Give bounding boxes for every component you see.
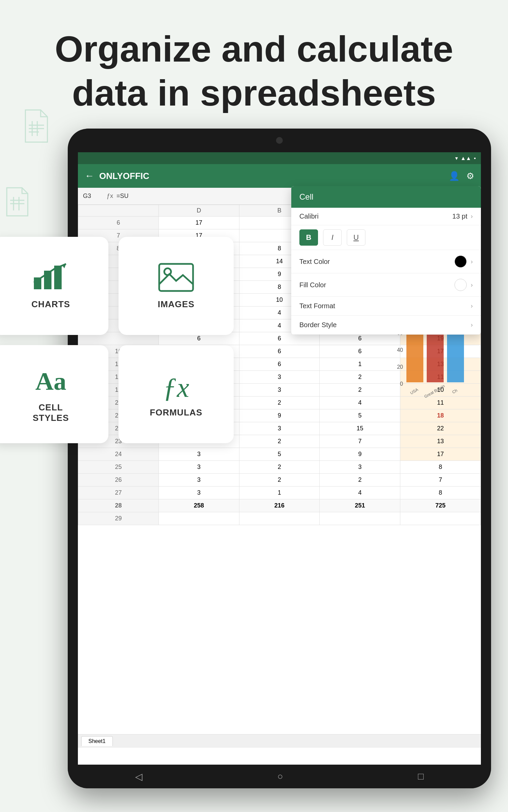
cell-styles-icon: Aa [32,365,69,397]
cell-styles-card[interactable]: Aa CELL STYLES [0,345,108,443]
fx-symbol: ƒx [107,193,113,200]
text-format-row[interactable]: Text Format › [291,297,481,316]
svg-text:40: 40 [397,347,403,353]
images-icon [157,262,195,294]
underline-button[interactable]: U [347,229,365,246]
fill-color-chevron-icon: › [471,281,473,289]
hero-line1: Organize and calculate [55,28,453,69]
nav-bar: ← ONLYOFFIC 👤 ⚙ [78,164,481,188]
charts-label: CHARTS [31,299,70,310]
charts-icon [32,262,69,294]
charts-card[interactable]: CHARTS [0,237,108,335]
sheet-tab-bar: Sheet1 [78,734,481,748]
border-style-row[interactable]: Border Style › [291,316,481,335]
italic-button[interactable]: I [323,229,342,246]
cell-popup-header: Cell [291,186,481,208]
feature-cards-row-1: CHARTS IMAGES [0,237,234,335]
signal-icon: ▲▲ [461,155,471,161]
table-row: 2435917 [78,448,481,461]
formula-content: =SU [117,193,129,200]
svg-rect-31 [159,264,193,291]
hero-section: Organize and calculate data in spreadshe… [0,0,508,128]
text-format-chevron-icon: › [471,302,473,310]
text-color-chevron-icon: › [471,258,473,265]
text-color-row[interactable]: Text Color › [291,250,481,273]
table-row: 263227 [78,474,481,487]
deco-file-icon-2 [3,186,30,220]
feature-cards-row-2: Aa CELL STYLES ƒx FORMULAS [0,345,234,443]
tablet-frame: ▾ ▲▲ ▪ ← ONLYOFFIC 👤 ⚙ G3 ƒx =SU [68,129,491,788]
formulas-label: FORMULAS [150,407,202,418]
cell-reference: G3 [83,193,103,200]
home-nav-button[interactable]: ○ [277,771,283,782]
tablet-camera [276,137,283,144]
text-color-label: Text Color [299,258,454,266]
fill-color-swatch [454,279,467,291]
table-row: 273148 [78,487,481,499]
deco-file-icon-1 [20,108,51,147]
text-format-label: Text Format [299,302,471,310]
svg-text:20: 20 [397,364,403,370]
formulas-icon: ƒx [157,370,195,402]
images-label: IMAGES [158,299,195,310]
status-bar: ▾ ▲▲ ▪ [78,152,481,164]
bottom-nav-bar: ◁ ○ □ [68,765,491,788]
svg-text:Great Britain: Great Britain [423,384,445,399]
table-row: 29 [78,512,481,525]
col-header-d: D [158,205,239,217]
font-name: Calibri [299,212,452,220]
svg-text:ƒx: ƒx [163,372,189,401]
cell-styles-label: CELL STYLES [33,402,69,423]
font-size: 13 pt [452,212,467,220]
feature-cards-section: CHARTS IMAGES Aa CELL STYLES [0,237,234,443]
sheet1-tab[interactable]: Sheet1 [81,736,113,746]
border-style-chevron-icon: › [471,321,473,329]
chevron-right-icon: › [471,213,473,220]
svg-text:0: 0 [400,381,403,387]
settings-icon[interactable]: ⚙ [466,171,474,181]
app-name: ONLYOFFIC [99,171,444,181]
wifi-icon: ▾ [455,155,458,161]
cell-popup: Cell Calibri 13 pt › B I U Text Color › [291,186,481,335]
svg-text:Ch: Ch [451,388,458,395]
formulas-card[interactable]: ƒx FORMULAS [119,345,234,443]
user-icon[interactable]: 👤 [449,171,460,181]
border-style-label: Border Style [299,321,471,329]
bold-button[interactable]: B [299,229,318,246]
back-arrow-icon[interactable]: ← [85,171,94,181]
text-color-swatch [454,255,467,268]
hero-line2-bold: spreadsheets [200,72,436,113]
font-selector-row[interactable]: Calibri 13 pt › [291,208,481,225]
col-header-empty [78,205,159,217]
svg-text:Aa: Aa [35,367,66,395]
format-buttons-row: B I U [291,225,481,250]
table-row: 253238 [78,461,481,474]
fill-color-label: Fill Color [299,281,454,289]
fill-color-row[interactable]: Fill Color › [291,273,481,297]
recents-nav-button[interactable]: □ [418,771,424,782]
svg-text:USA: USA [409,387,419,395]
battery-icon: ▪ [474,155,476,161]
hero-line2-normal: data in [72,72,200,113]
images-card[interactable]: IMAGES [119,237,234,335]
table-row-total: 28258216251725 [78,499,481,512]
back-nav-button[interactable]: ◁ [135,771,143,782]
